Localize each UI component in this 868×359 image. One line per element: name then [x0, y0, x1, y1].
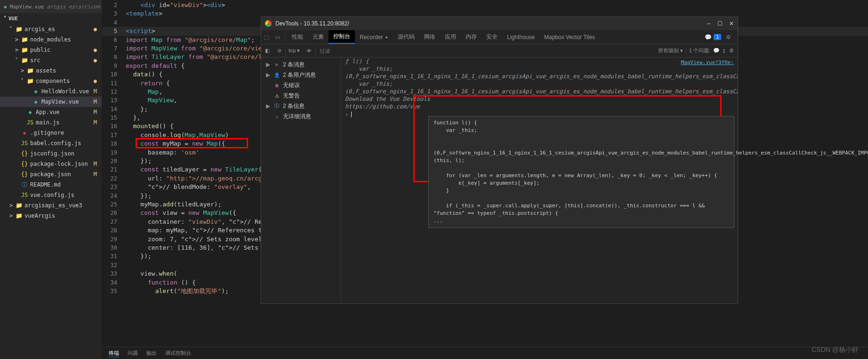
open-file-tab[interactable]: MapView.vue: [10, 4, 44, 10]
tree-item[interactable]: JSmain.jsM: [0, 117, 102, 128]
console-filter-row[interactable]: ▶≡2 条消息: [261, 59, 341, 70]
folder-icon: 📁: [15, 202, 23, 209]
tree-item[interactable]: >📁node_modules: [0, 34, 102, 45]
issue-icon[interactable]: 💬: [713, 48, 723, 54]
devtools-tab[interactable]: Recorder ▲: [355, 30, 393, 44]
console-filter-row[interactable]: ▶👤2 条用户消息: [261, 70, 341, 80]
project-header[interactable]: ˅ VUE: [0, 13, 102, 24]
panel-tab[interactable]: 调试控制台: [165, 350, 191, 357]
inspect-icon[interactable]: ⬚: [261, 34, 272, 41]
gear-icon[interactable]: ⚙: [725, 48, 738, 54]
panel-tab[interactable]: 输出: [146, 350, 157, 357]
console-line: (0,F_softwre_nginx_1_16_1_nginx_1_16_1_c…: [341, 88, 738, 95]
folder-icon: 📁: [15, 212, 23, 219]
tree-item[interactable]: >📁arcgisapi_es_vue3: [0, 200, 102, 211]
tree-item[interactable]: {}package.jsonM: [0, 169, 102, 180]
open-file-path: arcgis_es\src\com...: [47, 4, 109, 10]
line-number: 18: [102, 139, 126, 148]
chevron-icon: >: [9, 202, 15, 209]
filter-input[interactable]: [316, 48, 655, 54]
issues-count: 1: [714, 34, 721, 40]
settings-icon[interactable]: ⚙: [723, 34, 734, 41]
devtools-tab[interactable]: 控制台: [329, 30, 355, 44]
json-icon: {}: [21, 171, 28, 178]
log-levels-selector[interactable]: 所有级别 ▾: [655, 47, 686, 54]
chevron-icon: ▶: [266, 61, 271, 68]
console-filter-row[interactable]: ⚠无警告: [261, 90, 341, 101]
context-selector[interactable]: top ▾: [286, 48, 303, 54]
line-number: 4: [102, 18, 126, 27]
devtools-tab[interactable]: Lighthouse: [502, 30, 539, 44]
console-line: ƒ l() {: [341, 57, 738, 65]
devtools-tab[interactable]: 内存: [461, 30, 482, 44]
tree-item[interactable]: >📁public●: [0, 45, 102, 55]
maximize-button[interactable]: ☐: [717, 20, 723, 27]
issues-icon[interactable]: 💬: [705, 34, 712, 41]
tree-item[interactable]: ˅📁arcgis_es●: [0, 24, 102, 34]
console-filter-row[interactable]: ▶ⓘ2 条信息: [261, 101, 341, 111]
console-line: var _this;: [341, 65, 738, 73]
console-filter-row[interactable]: ⊗无错误: [261, 80, 341, 90]
tree-item[interactable]: {}package-lock.jsonM: [0, 159, 102, 169]
devtools-tab[interactable]: 网络: [419, 30, 440, 44]
chevron-down-icon: ˅: [4, 16, 7, 22]
code-line: <div id="viewDiv"><div>: [126, 1, 868, 9]
sidebar-toggle-icon[interactable]: ◧: [261, 48, 273, 54]
minimize-button[interactable]: ─: [707, 20, 711, 27]
devtools-tab[interactable]: 应用: [440, 30, 461, 44]
tree-label: node_modules: [30, 36, 71, 43]
eye-icon[interactable]: 👁: [303, 48, 315, 54]
filter-label: 无错误: [283, 82, 300, 90]
line-number: 11: [102, 79, 126, 88]
devtools-tab[interactable]: Mapbox Vector Tiles: [539, 30, 600, 44]
tree-label: components: [36, 78, 70, 84]
js-icon: JS: [21, 140, 28, 147]
tree-item[interactable]: ◈.gitignore: [0, 128, 102, 138]
source-link[interactable]: MapView.vue?3f0e:: [681, 59, 734, 65]
tree-label: README.md: [30, 181, 61, 188]
tree-item[interactable]: ˅📁components●: [0, 76, 102, 86]
tree-item[interactable]: JSvue.config.js: [0, 190, 102, 200]
line-number: 26: [102, 209, 126, 217]
err-icon: ⊗: [273, 82, 280, 89]
device-icon[interactable]: ▭: [272, 34, 283, 41]
chevron-icon: >: [21, 67, 26, 74]
clear-icon[interactable]: ⊘: [273, 48, 285, 54]
line-number: 17: [102, 131, 126, 139]
console-filter-row[interactable]: ☼无详细消息: [261, 111, 341, 122]
folder-icon: 📁: [21, 57, 28, 64]
panel-tab[interactable]: 问题: [128, 350, 138, 357]
modified-dot: ●: [94, 57, 97, 64]
modified-indicator: M: [94, 119, 97, 126]
line-number: 21: [102, 165, 126, 174]
chevron-icon: ˅: [21, 78, 26, 84]
tree-item[interactable]: JSbabel.config.js: [0, 138, 102, 148]
line-number: 23: [102, 183, 126, 191]
tree-label: babel.config.js: [30, 140, 81, 147]
devtools-tab[interactable]: 安全: [482, 30, 502, 44]
tree-item[interactable]: ˅📁src●: [0, 55, 102, 65]
tree-item[interactable]: ◆App.vueM: [0, 107, 102, 117]
panel-tab[interactable]: 终端: [109, 350, 119, 357]
close-button[interactable]: ✕: [729, 20, 734, 27]
tree-label: arcgis_es: [24, 26, 55, 33]
modified-dot: ●: [94, 78, 97, 84]
folder-icon: 📁: [26, 67, 34, 74]
tree-label: assets: [36, 67, 56, 74]
tree-label: src: [30, 57, 40, 64]
tree-item[interactable]: ◆MapView.vueM: [0, 97, 102, 107]
git-icon: ◈: [21, 130, 28, 136]
user-icon: 👤: [273, 72, 280, 78]
tree-item[interactable]: >📁vueArcgis: [0, 211, 102, 221]
tree-item[interactable]: ◆HelloWorld.vueM: [0, 86, 102, 97]
json-icon: {}: [21, 161, 28, 167]
devtools-tab[interactable]: 性能: [287, 30, 308, 44]
devtools-tab[interactable]: 元素: [308, 30, 329, 44]
modified-indicator: M: [94, 161, 97, 167]
tree-item[interactable]: >📁assets: [0, 65, 102, 76]
devtools-tab[interactable]: 源代码: [393, 30, 419, 44]
caret-icon: ›: [345, 111, 348, 118]
tree-label: vue.config.js: [30, 192, 74, 198]
tree-item[interactable]: {}jsconfig.json: [0, 148, 102, 159]
tree-item[interactable]: ⓘREADME.md: [0, 180, 102, 190]
